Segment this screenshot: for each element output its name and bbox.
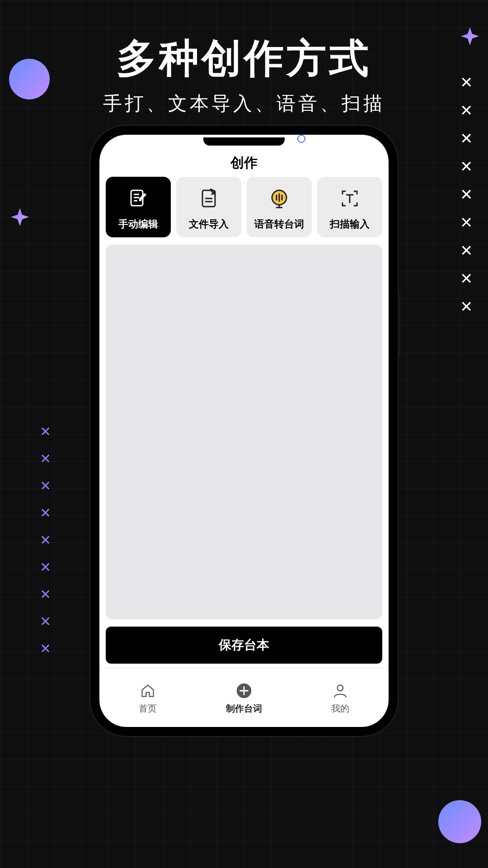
file-import-icon — [196, 186, 221, 211]
sparkle-icon — [11, 208, 29, 226]
x-mark-icon: ✕ — [40, 479, 51, 493]
nav-label: 制作台词 — [226, 703, 262, 715]
x-mark-icon: ✕ — [460, 299, 473, 314]
decorative-x-column: ✕✕✕✕✕✕✕✕✕ — [40, 425, 51, 656]
headline-title: 多种创作方式 — [0, 32, 488, 85]
creation-mode-tab[interactable]: 手动编辑 — [106, 177, 171, 237]
x-mark-icon: ✕ — [40, 452, 51, 466]
phone-notch — [203, 137, 285, 146]
nav-item[interactable]: 我的 — [292, 669, 389, 727]
profile-icon — [330, 681, 350, 701]
nav-label: 首页 — [139, 703, 157, 715]
tab-label: 语音转台词 — [254, 217, 304, 231]
x-mark-icon: ✕ — [460, 271, 473, 286]
x-mark-icon: ✕ — [40, 425, 51, 439]
x-mark-icon: ✕ — [40, 642, 51, 656]
add-circle-icon — [234, 681, 254, 701]
tab-label: 文件导入 — [189, 217, 229, 231]
x-mark-icon: ✕ — [460, 159, 473, 174]
nav-label: 我的 — [331, 703, 349, 715]
home-icon — [138, 681, 158, 701]
x-mark-icon: ✕ — [40, 561, 51, 574]
svg-point-18 — [338, 685, 343, 691]
x-mark-icon: ✕ — [40, 533, 51, 547]
scan-text-icon — [337, 186, 362, 211]
phone-side-button — [398, 293, 400, 356]
x-mark-icon: ✕ — [40, 588, 51, 601]
decorative-circle — [438, 800, 481, 843]
phone-mockup: 创作 手动编辑文件导入语音转台词扫描输入 保存台本 首页制作台词我的 — [90, 126, 398, 736]
bottom-navigation: 首页制作台词我的 — [99, 668, 389, 727]
creation-mode-tab[interactable]: 扫描输入 — [317, 177, 382, 237]
creation-mode-tab[interactable]: 语音转台词 — [247, 177, 312, 237]
edit-doc-icon — [126, 186, 151, 211]
marketing-headline: 多种创作方式 手打、文本导入、语音、扫描 — [0, 32, 488, 116]
x-mark-icon: ✕ — [40, 506, 51, 520]
creation-mode-tabs: 手动编辑文件导入语音转台词扫描输入 — [99, 177, 389, 237]
headline-subtitle: 手打、文本导入、语音、扫描 — [0, 91, 488, 116]
editor-area[interactable] — [106, 245, 382, 619]
creation-mode-tab[interactable]: 文件导入 — [176, 177, 241, 237]
tab-label: 手动编辑 — [118, 217, 158, 231]
nav-item[interactable]: 制作台词 — [196, 669, 292, 727]
save-button[interactable]: 保存台本 — [106, 627, 382, 664]
phone-screen: 创作 手动编辑文件导入语音转台词扫描输入 保存台本 首页制作台词我的 — [99, 135, 389, 727]
voice-icon — [267, 186, 292, 211]
x-mark-icon: ✕ — [40, 615, 51, 628]
x-mark-icon: ✕ — [460, 243, 473, 258]
tab-label: 扫描输入 — [330, 217, 370, 231]
x-mark-icon: ✕ — [460, 187, 473, 202]
nav-item[interactable]: 首页 — [99, 669, 196, 727]
x-mark-icon: ✕ — [460, 131, 473, 146]
x-mark-icon: ✕ — [460, 215, 473, 230]
page-title: 创作 — [99, 148, 389, 177]
